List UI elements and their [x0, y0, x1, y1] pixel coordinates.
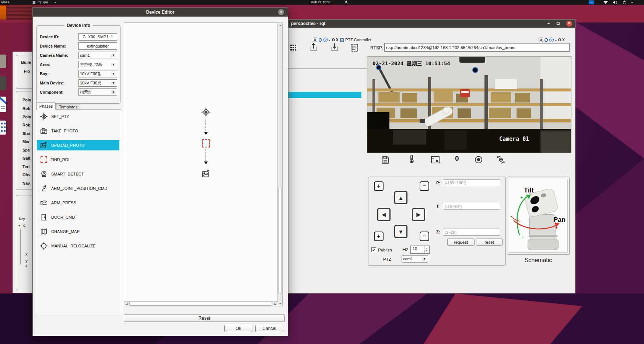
hz-spinner[interactable]: 10 ▲▼ — [410, 246, 430, 254]
bg-label[interactable]: Mar — [22, 139, 30, 144]
component-select[interactable]: 指示灯▼ — [78, 88, 117, 96]
horizontal-scrollbar[interactable]: ◀ ▶ — [124, 301, 278, 306]
pan-input[interactable] — [443, 179, 500, 186]
reset-button[interactable]: Reset — [124, 315, 285, 322]
zoom-zero-label[interactable]: 0 — [455, 154, 459, 163]
fullscreen-frame-icon[interactable] — [430, 156, 440, 166]
bg-label[interactable]: Flo — [24, 69, 30, 73]
rtsp-input[interactable] — [384, 43, 570, 52]
close-button[interactable]: ✕ — [566, 21, 572, 27]
spinner-arrows-icon[interactable]: ▲▼ — [424, 246, 429, 253]
zoom-input[interactable] — [443, 229, 500, 236]
bg-label[interactable]: Poin — [22, 98, 31, 102]
phase-item-find-roi[interactable]: FIND_ROI — [37, 154, 119, 165]
scroll-up-icon[interactable]: ▲ — [278, 23, 283, 28]
dock-close-button[interactable]: X — [562, 38, 565, 42]
tab-phases[interactable]: Phases — [36, 102, 56, 110]
phase-item-upload-photo[interactable]: UPLOAD_PHOTO — [37, 140, 119, 150]
close-icon[interactable]: ✕ — [278, 9, 284, 15]
dock-badge[interactable]: D — [539, 38, 543, 42]
main-device-select[interactable]: 10kV F30兴▼ — [78, 79, 117, 87]
area-select[interactable]: 主控楼-#2高▼ — [78, 61, 117, 68]
request-button[interactable]: request — [447, 239, 475, 246]
help-icon[interactable]: ? — [549, 38, 554, 42]
help-icon[interactable]: ? — [323, 38, 328, 42]
save-snapshot-icon[interactable] — [381, 155, 390, 166]
phase-item-arm-press[interactable]: ARM_PRESS — [37, 198, 119, 208]
teamviewer-icon[interactable]: ↔ — [589, 0, 594, 4]
phase-item-take-photo[interactable]: TAKE_PHOTO — [37, 126, 119, 136]
phase-item-change-map[interactable]: CHANGE_MAP — [37, 226, 119, 237]
bg-label[interactable]: Poin — [22, 115, 31, 119]
chevron-down-icon[interactable]: ▼ — [631, 0, 633, 4]
zoom-out-button[interactable]: − — [420, 181, 429, 191]
clock-label[interactable]: Feb 21 10:51 — [311, 0, 331, 4]
bg-label[interactable]: Stai — [22, 131, 30, 136]
ptz-reset-button[interactable]: reset — [476, 239, 503, 246]
dock-min-button[interactable]: - — [329, 38, 330, 42]
vertical-scrollbar[interactable]: ▲ ▼ — [277, 23, 282, 306]
ptz-camera-select[interactable]: cam1▼ — [402, 255, 428, 263]
maximize-button[interactable]: ▢ — [555, 21, 561, 27]
tree-expander-icon[interactable]: ▼ — [18, 225, 21, 227]
pan-left-button[interactable]: ◀ — [377, 208, 391, 221]
dock-min-button[interactable]: - — [555, 38, 556, 42]
flow-node-set-ptz[interactable] — [201, 107, 211, 119]
tilt-input[interactable] — [443, 203, 500, 210]
bg-label[interactable]: Nav — [22, 181, 30, 185]
bg-label[interactable]: Rob — [22, 106, 30, 111]
share-export-icon[interactable] — [309, 42, 318, 54]
dock-float-button[interactable]: O — [332, 38, 335, 42]
phase-item-door-cmd[interactable]: DOOR_CMD — [37, 212, 119, 222]
horizontal-scrollbar-thumb[interactable] — [129, 302, 272, 306]
ok-button[interactable]: Ok — [224, 325, 252, 332]
zoom-out-button-2[interactable]: − — [420, 232, 429, 241]
scroll-right-icon[interactable]: ▶ — [273, 302, 278, 306]
dock-float-button[interactable]: O — [558, 38, 561, 42]
phase-item-manual-relocalize[interactable]: MANUAL_RELOCALIZE — [37, 241, 119, 251]
tilt-up-button[interactable]: ▲ — [394, 191, 407, 204]
cancel-button[interactable]: Cancel — [255, 325, 283, 332]
bay-select[interactable]: 10kV F30备▼ — [78, 70, 117, 77]
flow-node-find-roi[interactable] — [202, 139, 210, 147]
scroll-left-icon[interactable]: ◀ — [124, 302, 129, 306]
camera-name-select[interactable]: cam1▼ — [78, 52, 117, 59]
dock-terminal-icon[interactable] — [0, 76, 6, 90]
refresh-icon[interactable] — [318, 37, 323, 44]
dock-firefox-icon[interactable] — [0, 6, 6, 20]
rqt-titlebar[interactable]: perspective - rqt – ▢ ✕ — [288, 20, 575, 28]
device-id-input[interactable] — [78, 33, 117, 41]
bg-label[interactable]: Buile — [21, 60, 31, 65]
checklist-icon[interactable] — [350, 43, 359, 54]
device-editor-titlebar[interactable]: Device Editor ✕ — [33, 8, 288, 17]
grid-view-icon[interactable] — [289, 43, 298, 53]
download-icon[interactable] — [330, 42, 339, 54]
network-icon[interactable] — [603, 1, 608, 4]
scroll-down-icon[interactable]: ▼ — [278, 301, 283, 306]
zoom-in-button[interactable]: + — [374, 181, 384, 191]
zoom-in-button-2[interactable]: + — [374, 232, 384, 241]
vertical-scrollbar-thumb[interactable] — [278, 187, 282, 294]
dock-app-grid-icon[interactable] — [0, 121, 6, 135]
volume-icon[interactable] — [613, 0, 617, 6]
bg-label[interactable]: Teri — [22, 164, 29, 169]
pan-right-button[interactable]: ▶ — [412, 208, 425, 221]
activities-label[interactable]: ivities — [1, 0, 9, 4]
dock-text-editor-icon[interactable] — [0, 97, 6, 112]
minimize-button[interactable]: – — [546, 21, 552, 27]
flow-canvas[interactable]: ▲ ▼ ◀ ▶ — [124, 22, 283, 306]
tree-node[interactable]: z — [25, 263, 28, 268]
bg-label[interactable]: Gait — [22, 156, 30, 160]
tilt-down-button[interactable]: ▼ — [394, 225, 407, 238]
record-icon[interactable] — [474, 155, 483, 166]
tree-node[interactable]: y — [25, 258, 28, 263]
bg-label[interactable]: Rob — [22, 123, 30, 127]
flow-node-upload-photo[interactable] — [201, 169, 211, 180]
power-icon[interactable] — [623, 0, 627, 6]
dock-files-icon[interactable] — [0, 55, 6, 68]
dock-badge[interactable]: D — [313, 38, 317, 42]
ptz-camera-icon[interactable] — [496, 155, 506, 166]
bg-label[interactable]: Obs — [22, 173, 30, 177]
publish-checkbox[interactable]: ✓ — [371, 247, 376, 252]
phase-item-set-ptz[interactable]: SET_PTZ — [37, 111, 119, 122]
